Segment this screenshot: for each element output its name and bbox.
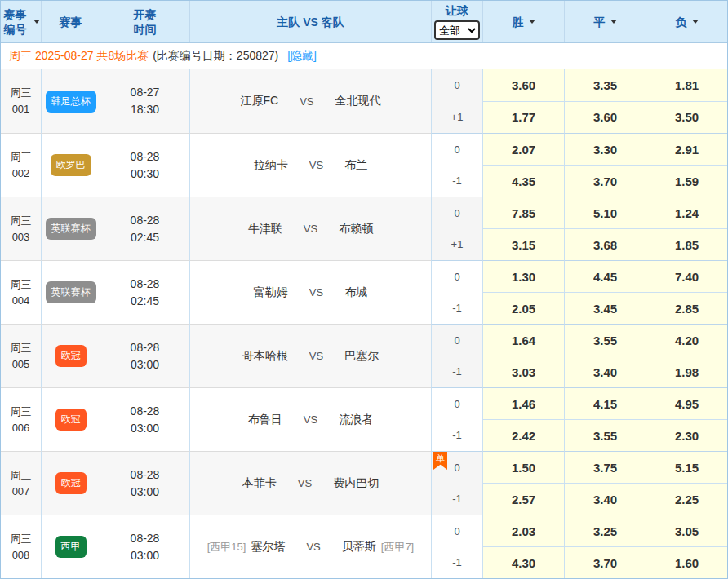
odds-lose[interactable]: 7.40 xyxy=(646,261,727,292)
odds-win[interactable]: 1.46 xyxy=(483,388,564,419)
odds-draw[interactable]: 3.25 xyxy=(565,515,646,546)
odds-win[interactable]: 4.30 xyxy=(483,546,564,578)
col-header-draw[interactable]: 平 xyxy=(564,1,646,42)
odds-win[interactable]: 3.03 xyxy=(483,356,564,387)
odds-win[interactable]: 1.77 xyxy=(483,101,564,134)
odds-draw[interactable]: 3.40 xyxy=(565,356,646,387)
odds-draw[interactable]: 3.70 xyxy=(565,546,646,578)
odds-draw[interactable]: 3.55 xyxy=(565,419,646,451)
odds-win[interactable]: 2.05 xyxy=(483,292,564,324)
odds-draw[interactable]: 3.60 xyxy=(565,101,646,134)
match-time: 02:45 xyxy=(131,229,159,246)
odds-lose[interactable]: 2.25 xyxy=(646,483,727,515)
odds-lose[interactable]: 2.91 xyxy=(646,134,727,165)
odds-win[interactable]: 1.50 xyxy=(483,452,564,483)
col-header-match-no[interactable]: 赛事编号 xyxy=(1,1,41,42)
handicap-value: +1 xyxy=(432,229,482,261)
odds-win[interactable]: 4.35 xyxy=(483,165,564,197)
odds-draw[interactable]: 3.55 xyxy=(565,325,646,356)
odds-win[interactable]: 2.07 xyxy=(483,134,564,165)
match-day: 周三 xyxy=(11,467,32,484)
handicap-value: 0 xyxy=(432,325,482,356)
odds-lose[interactable]: 1.85 xyxy=(646,228,727,260)
col-header-teams: 主队 VS 客队 xyxy=(189,1,431,42)
time-cell: 08-28 03:00 xyxy=(100,451,189,515)
odds-lose[interactable]: 1.59 xyxy=(646,165,727,197)
odds-lose[interactable]: 2.30 xyxy=(646,419,727,451)
odds-draw[interactable]: 4.15 xyxy=(565,388,646,419)
odds-win[interactable]: 1.64 xyxy=(483,325,564,356)
lose-odds-column: 3.05 1.60 xyxy=(646,515,727,578)
col-header-competition: 赛事 xyxy=(41,1,100,42)
away-team: 布城 xyxy=(344,285,367,300)
odds-lose[interactable]: 1.98 xyxy=(646,356,727,387)
handicap-cell: 0 -1 xyxy=(431,324,482,387)
col-header-win[interactable]: 胜 xyxy=(482,1,564,42)
odds-lose[interactable]: 4.95 xyxy=(646,388,727,419)
odds-lose[interactable]: 1.60 xyxy=(646,546,727,578)
draw-odds-column: 3.25 3.70 xyxy=(564,515,646,578)
league-cell: 欧冠 xyxy=(41,387,100,451)
odds-win[interactable]: 2.03 xyxy=(483,515,564,546)
league-badge: 英联赛杯 xyxy=(46,281,96,303)
match-no: 005 xyxy=(12,356,30,373)
lose-odds-column: 1.24 1.85 xyxy=(646,197,727,260)
odds-win[interactable]: 2.57 xyxy=(483,483,564,515)
odds-lose[interactable]: 1.24 xyxy=(646,197,727,228)
handicap-value: -1 xyxy=(432,356,482,388)
odds-lose[interactable]: 3.05 xyxy=(646,515,727,546)
match-date: 08-27 xyxy=(131,84,160,101)
odds-win[interactable]: 7.85 xyxy=(483,197,564,228)
home-team: 塞尔塔 xyxy=(251,540,285,555)
handicap-cell: 0 -1 xyxy=(431,260,482,324)
league-badge: 西甲 xyxy=(55,536,87,558)
odds-draw[interactable]: 3.45 xyxy=(565,292,646,324)
draw-odds-column: 3.55 3.40 xyxy=(564,324,646,387)
away-team: 贝蒂斯 xyxy=(342,540,376,555)
match-number-cell: 周三 006 xyxy=(1,387,41,451)
handicap-filter-select[interactable]: 全部 xyxy=(434,20,480,40)
away-team: 巴塞尔 xyxy=(344,349,379,364)
win-odds-column: 3.60 1.77 xyxy=(482,69,564,133)
lose-odds-column: 2.91 1.59 xyxy=(646,133,727,197)
odds-win[interactable]: 1.30 xyxy=(483,261,564,292)
odds-win[interactable]: 2.42 xyxy=(483,419,564,451)
handicap-value: 0 xyxy=(432,515,482,547)
odds-lose[interactable]: 4.20 xyxy=(646,325,727,356)
time-cell: 08-28 02:45 xyxy=(100,197,189,260)
col-header-lose[interactable]: 负 xyxy=(646,1,727,42)
draw-odds-column: 3.75 3.40 xyxy=(564,451,646,515)
odds-draw[interactable]: 3.75 xyxy=(565,452,646,483)
odds-draw[interactable]: 3.40 xyxy=(565,483,646,515)
handicap-cell: 0 -1 xyxy=(431,133,482,197)
away-rank: [西甲7] xyxy=(381,540,414,555)
match-date: 08-28 xyxy=(131,148,160,166)
col-header-start-time-label: 开赛时间 xyxy=(132,7,158,37)
handicap-cell: 0 +1 xyxy=(431,69,482,133)
match-time: 03:00 xyxy=(131,356,159,373)
home-team: 哥本哈根 xyxy=(242,349,288,364)
home-team: 富勒姆 xyxy=(254,285,288,300)
home-team: 牛津联 xyxy=(248,222,282,236)
match-day: 周三 xyxy=(11,149,32,166)
odds-draw[interactable]: 4.45 xyxy=(565,261,646,292)
odds-win[interactable]: 3.60 xyxy=(483,69,564,101)
teams-cell: 本菲卡 VS 费内巴切 xyxy=(189,451,431,515)
vs-label: VS xyxy=(309,350,323,362)
match-time: 18:30 xyxy=(131,101,159,118)
draw-odds-column: 3.30 3.70 xyxy=(564,133,646,197)
handicap-value: -1 xyxy=(432,547,482,579)
odds-draw[interactable]: 3.30 xyxy=(565,134,646,165)
odds-draw[interactable]: 3.35 xyxy=(565,69,646,101)
odds-lose[interactable]: 1.81 xyxy=(646,69,727,101)
match-no: 001 xyxy=(12,101,30,117)
odds-draw[interactable]: 3.68 xyxy=(565,228,646,260)
hide-link[interactable]: [隐藏] xyxy=(287,49,317,64)
odds-draw[interactable]: 5.10 xyxy=(565,197,646,228)
match-day: 周三 xyxy=(11,340,32,356)
odds-win[interactable]: 3.15 xyxy=(483,228,564,260)
odds-lose[interactable]: 2.85 xyxy=(646,292,727,324)
odds-lose[interactable]: 5.15 xyxy=(646,452,727,483)
odds-lose[interactable]: 3.50 xyxy=(646,101,727,134)
odds-draw[interactable]: 3.70 xyxy=(565,165,646,197)
